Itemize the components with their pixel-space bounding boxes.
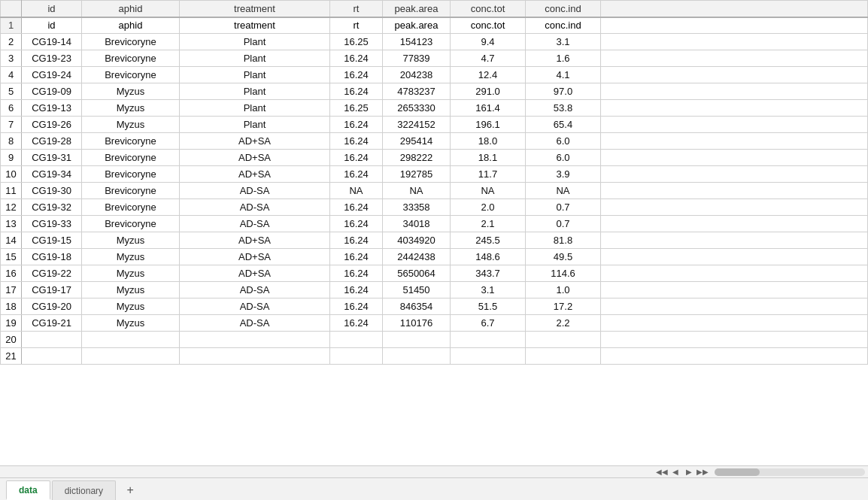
cell-7-F[interactable]: 196.1 — [451, 117, 526, 133]
cell-7-E[interactable]: 3224152 — [383, 117, 451, 133]
cell-17-B[interactable]: Myzus — [82, 282, 180, 298]
cell-4-B[interactable]: Brevicoryne — [82, 67, 180, 83]
cell-8-E[interactable]: 295414 — [383, 133, 451, 150]
cell-13-C[interactable]: AD-SA — [180, 216, 330, 232]
cell-20-D[interactable] — [330, 332, 383, 348]
nav-first-sheet[interactable]: ◀◀ — [656, 466, 668, 478]
cell-14-D[interactable]: 16.24 — [330, 232, 383, 249]
cell-17-E[interactable]: 51450 — [383, 282, 451, 298]
col-header-C[interactable]: treatment — [180, 1, 330, 17]
cell-11-E[interactable]: NA — [383, 183, 451, 199]
cell-13-B[interactable]: Brevicoryne — [82, 216, 180, 232]
cell-6-G[interactable]: 53.8 — [526, 100, 601, 117]
cell-4-D[interactable]: 16.24 — [330, 67, 383, 83]
cell-13-E[interactable]: 34018 — [383, 216, 451, 232]
col-header-B[interactable]: aphid — [82, 1, 180, 17]
cell-3-A[interactable]: CG19-23 — [22, 50, 82, 67]
cell-10-D[interactable]: 16.24 — [330, 166, 383, 183]
cell-1-D[interactable]: rt — [330, 17, 383, 34]
cell-19-G[interactable]: 2.2 — [526, 315, 601, 332]
col-header-E[interactable]: peak.area — [383, 1, 451, 17]
cell-2-D[interactable]: 16.25 — [330, 34, 383, 50]
cell-18-E[interactable]: 846354 — [383, 298, 451, 315]
cell-6-E[interactable]: 2653330 — [383, 100, 451, 117]
cell-1-A[interactable]: id — [22, 17, 82, 34]
cell-16-C[interactable]: AD+SA — [180, 265, 330, 282]
cell-9-C[interactable]: AD+SA — [180, 150, 330, 166]
cell-15-B[interactable]: Myzus — [82, 249, 180, 265]
cell-17-G[interactable]: 1.0 — [526, 282, 601, 298]
cell-21-D[interactable] — [330, 348, 383, 365]
cell-16-B[interactable]: Myzus — [82, 265, 180, 282]
cell-18-D[interactable]: 16.24 — [330, 298, 383, 315]
cell-19-E[interactable]: 110176 — [383, 315, 451, 332]
cell-15-F[interactable]: 148.6 — [451, 249, 526, 265]
cell-5-C[interactable]: Plant — [180, 83, 330, 100]
cell-17-A[interactable]: CG19-17 — [22, 282, 82, 298]
cell-21-A[interactable] — [22, 348, 82, 365]
cell-14-B[interactable]: Myzus — [82, 232, 180, 249]
cell-19-A[interactable]: CG19-21 — [22, 315, 82, 332]
col-header-A[interactable]: id — [22, 1, 82, 17]
cell-18-F[interactable]: 51.5 — [451, 298, 526, 315]
cell-12-C[interactable]: AD-SA — [180, 199, 330, 216]
cell-20-F[interactable] — [451, 332, 526, 348]
cell-12-A[interactable]: CG19-32 — [22, 199, 82, 216]
cell-9-D[interactable]: 16.24 — [330, 150, 383, 166]
cell-16-E[interactable]: 5650064 — [383, 265, 451, 282]
cell-11-F[interactable]: NA — [451, 183, 526, 199]
cell-10-A[interactable]: CG19-34 — [22, 166, 82, 183]
cell-18-C[interactable]: AD-SA — [180, 298, 330, 315]
cell-7-A[interactable]: CG19-26 — [22, 117, 82, 133]
cell-10-F[interactable]: 11.7 — [451, 166, 526, 183]
cell-1-E[interactable]: peak.area — [383, 17, 451, 34]
cell-19-B[interactable]: Myzus — [82, 315, 180, 332]
cell-4-E[interactable]: 204238 — [383, 67, 451, 83]
cell-16-D[interactable]: 16.24 — [330, 265, 383, 282]
cell-20-A[interactable] — [22, 332, 82, 348]
nav-prev-sheet[interactable]: ◀ — [669, 466, 681, 478]
cell-7-G[interactable]: 65.4 — [526, 117, 601, 133]
cell-20-G[interactable] — [526, 332, 601, 348]
cell-8-F[interactable]: 18.0 — [451, 133, 526, 150]
cell-11-C[interactable]: AD-SA — [180, 183, 330, 199]
cell-2-B[interactable]: Brevicoryne — [82, 34, 180, 50]
cell-15-E[interactable]: 2442438 — [383, 249, 451, 265]
col-header-F[interactable]: conc.tot — [451, 1, 526, 17]
cell-5-E[interactable]: 4783237 — [383, 83, 451, 100]
add-sheet-button[interactable]: + — [120, 480, 140, 500]
cell-20-B[interactable] — [82, 332, 180, 348]
cell-8-G[interactable]: 6.0 — [526, 133, 601, 150]
cell-14-F[interactable]: 245.5 — [451, 232, 526, 249]
cell-7-C[interactable]: Plant — [180, 117, 330, 133]
cell-21-G[interactable] — [526, 348, 601, 365]
cell-3-G[interactable]: 1.6 — [526, 50, 601, 67]
cell-21-F[interactable] — [451, 348, 526, 365]
cell-9-G[interactable]: 6.0 — [526, 150, 601, 166]
cell-17-F[interactable]: 3.1 — [451, 282, 526, 298]
cell-3-F[interactable]: 4.7 — [451, 50, 526, 67]
cell-11-B[interactable]: Brevicoryne — [82, 183, 180, 199]
tab-data[interactable]: data — [6, 480, 50, 500]
cell-2-G[interactable]: 3.1 — [526, 34, 601, 50]
cell-1-F[interactable]: conc.tot — [451, 17, 526, 34]
cell-2-E[interactable]: 154123 — [383, 34, 451, 50]
col-header-D[interactable]: rt — [330, 1, 383, 17]
horizontal-scrollbar-track[interactable] — [715, 468, 865, 476]
cell-11-A[interactable]: CG19-30 — [22, 183, 82, 199]
cell-15-C[interactable]: AD+SA — [180, 249, 330, 265]
cell-3-D[interactable]: 16.24 — [330, 50, 383, 67]
cell-5-F[interactable]: 291.0 — [451, 83, 526, 100]
cell-19-C[interactable]: AD-SA — [180, 315, 330, 332]
cell-21-E[interactable] — [383, 348, 451, 365]
cell-18-G[interactable]: 17.2 — [526, 298, 601, 315]
cell-20-C[interactable] — [180, 332, 330, 348]
cell-10-C[interactable]: AD+SA — [180, 166, 330, 183]
cell-14-G[interactable]: 81.8 — [526, 232, 601, 249]
cell-15-G[interactable]: 49.5 — [526, 249, 601, 265]
cell-16-F[interactable]: 343.7 — [451, 265, 526, 282]
horizontal-scrollbar-thumb[interactable] — [715, 468, 760, 476]
cell-13-D[interactable]: 16.24 — [330, 216, 383, 232]
cell-12-D[interactable]: 16.24 — [330, 199, 383, 216]
cell-5-A[interactable]: CG19-09 — [22, 83, 82, 100]
